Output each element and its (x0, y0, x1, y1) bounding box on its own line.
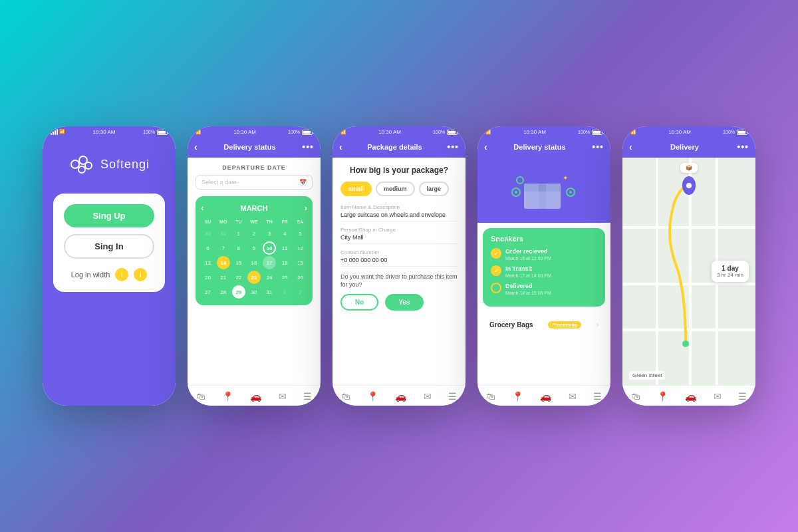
more-button-2[interactable]: ••• (302, 142, 314, 152)
prev-month-btn[interactable]: ‹ (201, 203, 203, 213)
nav-menu-3[interactable]: ☰ (448, 391, 457, 402)
more-button-4[interactable]: ••• (592, 142, 604, 152)
nav-bag-4[interactable]: 🛍 (486, 391, 495, 402)
cal-day-14[interactable]: 14 (217, 256, 230, 269)
cal-day[interactable]: 25 (278, 271, 291, 284)
cal-day[interactable]: 18 (278, 256, 291, 269)
cal-day-10[interactable]: 10 (263, 241, 276, 255)
cal-day-17[interactable]: 17 (263, 256, 276, 269)
nav-mail-3[interactable]: ✉ (424, 391, 432, 402)
cal-day[interactable]: 4 (278, 227, 291, 240)
size-medium[interactable]: medium (376, 182, 415, 196)
signin-button[interactable]: Sing In (64, 234, 154, 259)
cal-day[interactable]: 6 (201, 241, 215, 255)
nav-location-4[interactable]: 📍 (512, 391, 523, 402)
nav-menu-4[interactable]: ☰ (593, 391, 602, 402)
calendar-card: ‹ MARCH › SU MO TU WE TH FR SA 30 31 1 2 (196, 196, 313, 305)
cal-day-29[interactable]: 29 (232, 285, 245, 299)
phone-delivery-status: 📶 10:30 AM 100% ‹ Delivery status ••• (477, 126, 610, 406)
cal-day[interactable]: 12 (293, 241, 307, 255)
cal-day[interactable]: 22 (232, 271, 245, 284)
message-bubble: 📦 (680, 163, 698, 173)
nav-bag-3[interactable]: 🛍 (341, 391, 350, 402)
more-button-5[interactable]: ••• (737, 142, 749, 152)
status-text-2: In Transit March 17 at 14:06 PM (505, 265, 551, 279)
cal-day[interactable]: 3 (263, 227, 276, 240)
header-title-5: Delivery (632, 143, 737, 151)
cal-day[interactable]: 27 (201, 285, 215, 299)
status-bar-3: 📶 10:30 AM 100% (332, 126, 466, 138)
yes-button[interactable]: Yes (385, 294, 423, 311)
nav-mail-2[interactable]: ✉ (279, 391, 287, 402)
month-label: MARCH (241, 204, 268, 212)
cal-day[interactable]: 21 (217, 271, 230, 284)
cal-day[interactable]: 8 (232, 241, 245, 255)
cal-day[interactable]: 9 (247, 241, 261, 255)
cal-day[interactable]: 31 (217, 227, 230, 240)
size-large[interactable]: large (419, 182, 450, 196)
nav-mail-5[interactable]: ✉ (714, 391, 722, 402)
cal-day[interactable]: 20 (201, 271, 215, 284)
cal-day[interactable]: 5 (293, 227, 307, 240)
check-2: ✓ (491, 265, 501, 276)
cal-day[interactable]: 2 (247, 227, 261, 240)
social-icon-1[interactable]: i (115, 268, 128, 281)
status-signal-2: 📶 (196, 130, 201, 135)
nav-menu-2[interactable]: ☰ (303, 391, 312, 402)
nav-car-2[interactable]: 🚗 (250, 391, 261, 402)
nav-car-4[interactable]: 🚗 (540, 391, 551, 402)
cal-day[interactable]: 24 (263, 271, 276, 284)
calendar-grid: SU MO TU WE TH FR SA 30 31 1 2 3 4 5 6 (201, 218, 307, 299)
cal-day[interactable]: 30 (201, 227, 215, 240)
package-question: How big is your package? (340, 166, 458, 175)
more-button-3[interactable]: ••• (447, 142, 459, 152)
cal-day[interactable]: 19 (293, 256, 307, 269)
date-input[interactable]: Select a date 📅 (196, 175, 313, 190)
cal-day[interactable]: 2 (293, 285, 307, 299)
size-small[interactable]: small (340, 182, 372, 196)
cal-day[interactable]: 31 (263, 285, 276, 299)
calendar-header: ‹ MARCH › (201, 203, 307, 213)
status-battery-5: 100% (723, 130, 747, 135)
nav-car-3[interactable]: 🚗 (395, 391, 406, 402)
nav-menu-5[interactable]: ☰ (738, 391, 747, 402)
map-background[interactable]: 📦 1 day 3 hr 24 min Green street (622, 158, 755, 385)
cal-day[interactable]: 26 (293, 271, 307, 284)
next-month-btn[interactable]: › (305, 203, 307, 213)
cal-day[interactable]: 7 (217, 241, 230, 255)
grocery-row[interactable]: Grocery Bags Processing › (483, 316, 605, 334)
cal-day[interactable]: 11 (278, 241, 291, 255)
nav-mail-4[interactable]: ✉ (569, 391, 577, 402)
nav-location-5[interactable]: 📍 (657, 391, 668, 402)
field-contact: Contact Number +0 000 000 00 00 (340, 249, 458, 267)
cal-day[interactable]: 1 (232, 227, 245, 240)
cal-day[interactable]: 13 (201, 256, 215, 269)
nav-bag-5[interactable]: 🛍 (631, 391, 640, 402)
no-button[interactable]: No (340, 294, 378, 311)
cal-day[interactable]: 1 (278, 285, 291, 299)
nav-location-2[interactable]: 📍 (222, 391, 233, 402)
phone-signup: 📶 10:30 AM 100% Softengi Sing Up Sing (43, 126, 176, 406)
box-illustration: ✦ (511, 167, 577, 213)
yes-no-buttons: No Yes (340, 294, 458, 311)
svg-rect-7 (539, 184, 546, 192)
status-time-1: 10:30 AM (93, 129, 116, 135)
cal-day[interactable]: 16 (247, 256, 261, 269)
cal-day[interactable]: 15 (232, 256, 245, 269)
nav-location-3[interactable]: 📍 (367, 391, 378, 402)
status-text-1: Order recieved March 16 at 12:06 PM (505, 248, 551, 261)
nav-bag-2[interactable]: 🛍 (196, 391, 205, 402)
nav-car-5[interactable]: 🚗 (685, 391, 696, 402)
field-name: Item Name & Description Large suitcase o… (340, 204, 458, 221)
duration-card: 1 day 3 hr 24 min (712, 261, 749, 282)
cal-day[interactable]: 30 (247, 285, 261, 299)
field-name-value: Large suitcase on wheels and envelope (340, 211, 458, 221)
phone3-header: ‹ Package details ••• (332, 138, 466, 158)
phone5-header: ‹ Delivery ••• (622, 138, 755, 158)
signup-button[interactable]: Sing Up (64, 204, 154, 227)
social-icon-2[interactable]: i (134, 268, 147, 281)
status-signal-5: 📶 (630, 130, 636, 135)
cal-day[interactable]: 28 (217, 285, 230, 299)
day-fr: FR (278, 218, 292, 225)
cal-day-23[interactable]: 23 (247, 271, 261, 284)
